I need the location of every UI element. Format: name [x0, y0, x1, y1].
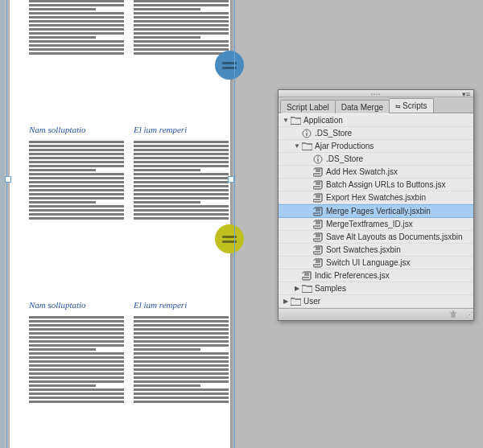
- script-row[interactable]: ▶User: [279, 295, 473, 308]
- text-line: [29, 52, 124, 55]
- panel-grip[interactable]: •••• ▾≡: [279, 90, 473, 97]
- selection-handle[interactable]: [5, 176, 11, 183]
- script-label: .DS_Store: [315, 129, 470, 138]
- script-row[interactable]: ▼Ajar Productions: [279, 140, 473, 153]
- text-line: [134, 193, 229, 195]
- info-icon: [312, 154, 324, 164]
- disclosure-down-icon[interactable]: ▼: [282, 117, 290, 124]
- script-icon: [312, 192, 324, 203]
- text-column: El ium remperi: [134, 125, 229, 220]
- text-line: [134, 12, 229, 14]
- text-line: [134, 169, 200, 171]
- scripts-tree[interactable]: ▼Application▼.DS_Store▼Ajar Productions▼…: [279, 113, 473, 308]
- text-line: [29, 24, 124, 27]
- text-line: [134, 145, 229, 147]
- text-line: [29, 393, 124, 395]
- olive-marker-badge: [215, 224, 244, 253]
- text-line: [29, 336, 124, 339]
- script-label: Export Hex Swatches.jsxbin: [326, 193, 470, 202]
- section-heading: Nam solluptatio: [29, 125, 124, 134]
- script-label: Sort Swatches.jsxbin: [326, 245, 470, 254]
- panel-footer: ⋰: [279, 308, 473, 320]
- script-row[interactable]: ▼Merge Pages Vertically.jsxbin: [279, 204, 473, 218]
- text-line: [29, 185, 124, 187]
- script-label: Ajar Productions: [315, 142, 470, 150]
- script-row[interactable]: ▼MergeTextframes_ID.jsx: [279, 218, 473, 231]
- section-heading: Nam solluptatio: [29, 300, 124, 310]
- script-row[interactable]: ▼Sort Swatches.jsxbin: [279, 244, 473, 257]
- text-line: [134, 197, 229, 199]
- text-line: [29, 328, 124, 331]
- script-row[interactable]: ▼Batch Assign URLs to Buttons.jsx: [279, 179, 473, 191]
- text-line: [134, 324, 229, 327]
- text-line: [134, 32, 229, 35]
- text-line: [134, 8, 200, 10]
- chain-link-icon: ⇆: [395, 103, 401, 110]
- text-line: [29, 213, 124, 216]
- tab-data-merge[interactable]: Data Merge: [335, 100, 390, 113]
- script-row[interactable]: ▼Add Hex Swatch.jsx: [279, 166, 473, 179]
- text-line: [134, 360, 229, 363]
- folder-icon: [301, 141, 312, 151]
- text-line: [134, 364, 229, 367]
- text-line: [29, 376, 124, 379]
- tab-script-label[interactable]: Script Label: [280, 100, 336, 113]
- text-line: [134, 177, 229, 179]
- folder-icon: [290, 296, 301, 306]
- text-line: [29, 217, 124, 220]
- text-line: [134, 401, 229, 403]
- script-label: Add Hex Swatch.jsx: [326, 167, 470, 176]
- script-icon: [312, 232, 324, 242]
- tab-scripts[interactable]: ⇆Scripts: [389, 98, 434, 113]
- page[interactable]: Nam solluptatio El ium remperi Nam sollu…: [10, 0, 230, 448]
- svg-rect-2: [306, 130, 307, 131]
- text-line: [29, 153, 124, 155]
- script-row[interactable]: ▼.DS_Store: [279, 127, 473, 140]
- trash-icon[interactable]: [449, 310, 457, 320]
- text-line: [134, 141, 229, 143]
- text-line: [29, 356, 124, 359]
- text-line: [134, 348, 200, 351]
- script-row[interactable]: ▼Application: [279, 114, 473, 127]
- text-line: [134, 336, 229, 339]
- tab-label: Data Merge: [341, 103, 383, 112]
- text-line: [29, 157, 124, 159]
- panel-tab-bar: Script LabelData Merge⇆Scripts: [279, 97, 473, 113]
- text-line: [134, 217, 229, 220]
- panel-resize-handle[interactable]: ⋰: [466, 311, 472, 319]
- text-line: [134, 4, 229, 6]
- script-icon: [301, 270, 312, 281]
- script-row[interactable]: ▼Export Hex Swatches.jsxbin: [279, 191, 473, 204]
- text-line: [134, 372, 229, 375]
- pasteboard-edge: [0, 0, 5, 448]
- selection-handle[interactable]: [228, 176, 234, 183]
- script-row[interactable]: ▼Save Alt Layouts as Documents.jsxbin: [279, 231, 473, 244]
- text-line: [134, 165, 229, 167]
- text-line: [29, 193, 124, 195]
- text-line: [29, 161, 124, 163]
- script-row[interactable]: ▼Switch UI Language.jsx: [279, 257, 473, 269]
- section-heading: El ium remperi: [134, 125, 229, 134]
- panel-menu-button[interactable]: ▾≡: [462, 90, 470, 98]
- script-row[interactable]: ▼Indic Preferences.jsx: [279, 269, 473, 282]
- script-label: Indic Preferences.jsx: [315, 271, 470, 280]
- disclosure-down-icon[interactable]: ▼: [293, 142, 301, 150]
- text-line: [29, 384, 96, 387]
- script-row[interactable]: ▼.DS_Store: [279, 153, 473, 166]
- text-line: [29, 205, 124, 208]
- script-row[interactable]: ▶Samples: [279, 282, 473, 295]
- disclosure-right-icon[interactable]: ▶: [282, 298, 290, 305]
- disclosure-right-icon[interactable]: ▶: [293, 285, 301, 292]
- script-label: Switch UI Language.jsx: [326, 258, 470, 267]
- section-heading: El ium remperi: [134, 300, 229, 310]
- svg-rect-5: [317, 156, 318, 157]
- text-line: [134, 40, 229, 43]
- script-icon: [312, 219, 324, 229]
- text-line: [29, 372, 124, 375]
- text-line: [134, 185, 229, 187]
- text-line: [29, 380, 124, 383]
- text-line: [29, 364, 124, 367]
- text-column: El ium remperi: [134, 300, 229, 403]
- script-icon: [312, 206, 324, 216]
- text-line: [134, 209, 229, 212]
